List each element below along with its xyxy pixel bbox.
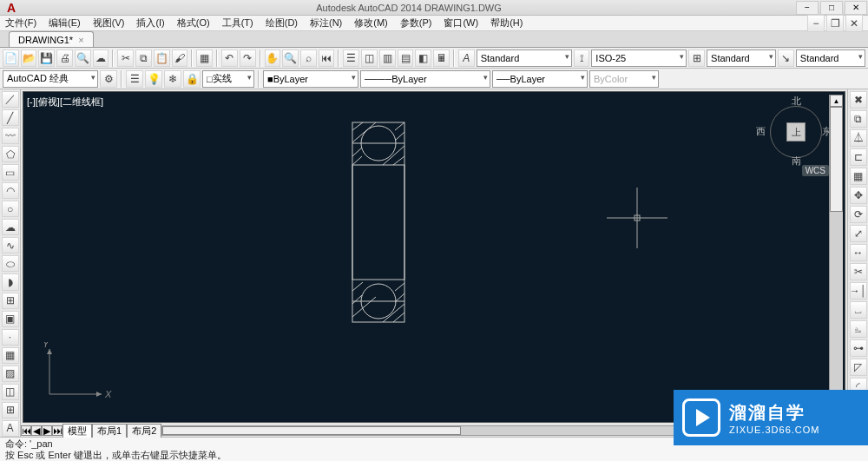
linetype-dropdown[interactable]: ──── ByLayer bbox=[360, 70, 490, 88]
layout1-tab[interactable]: 布局1 bbox=[92, 424, 127, 438]
layer-linetype-dropdown[interactable]: □ 实线 bbox=[202, 70, 254, 88]
text-style-dropdown[interactable]: Standard bbox=[477, 49, 572, 67]
workspace-dropdown[interactable]: AutoCAD 经典 bbox=[3, 70, 98, 88]
color-dropdown[interactable]: ■ ByLayer bbox=[263, 70, 358, 88]
ellipse-arc-tool-icon[interactable]: ◗ bbox=[2, 273, 19, 290]
undo-icon[interactable]: ↶ bbox=[221, 49, 238, 67]
layout2-tab[interactable]: 布局2 bbox=[127, 424, 161, 438]
array-tool-icon[interactable]: ▦ bbox=[850, 168, 867, 185]
zoom-realtime-icon[interactable]: 🔍 bbox=[282, 49, 299, 67]
text-style-icon[interactable]: A bbox=[458, 49, 475, 67]
redo-icon[interactable]: ↷ bbox=[240, 49, 256, 67]
viewcube[interactable]: 上 北 南 西 东 bbox=[761, 97, 831, 167]
layer-lock-icon[interactable]: 🔒 bbox=[183, 70, 201, 88]
menu-window[interactable]: 窗口(W) bbox=[444, 16, 478, 30]
maximize-button[interactable]: □ bbox=[820, 1, 843, 15]
doc-minimize-button[interactable]: − bbox=[807, 15, 825, 32]
insert-block-tool-icon[interactable]: ⊞ bbox=[2, 293, 19, 309]
menu-view[interactable]: 视图(V) bbox=[93, 16, 125, 30]
zoom-window-icon[interactable]: ⌕ bbox=[300, 49, 317, 67]
line-tool-icon[interactable]: ／ bbox=[2, 91, 19, 108]
table-style-icon[interactable]: ⊞ bbox=[688, 49, 705, 67]
view-label[interactable]: [-][俯视][二维线框] bbox=[27, 95, 103, 109]
save-icon[interactable]: 💾 bbox=[38, 49, 55, 67]
scale-tool-icon[interactable]: ⤢ bbox=[850, 225, 867, 242]
tab-next-button[interactable]: ▶ bbox=[42, 425, 52, 436]
minimize-button[interactable]: − bbox=[796, 1, 819, 15]
spline-tool-icon[interactable]: ∿ bbox=[2, 237, 19, 254]
make-block-tool-icon[interactable]: ▣ bbox=[2, 311, 19, 327]
tab-last-button[interactable]: ⏭ bbox=[52, 425, 62, 436]
doc-restore-button[interactable]: ❐ bbox=[826, 15, 844, 32]
move-tool-icon[interactable]: ✥ bbox=[850, 187, 867, 204]
ellipse-tool-icon[interactable]: ⬭ bbox=[2, 255, 19, 272]
doc-close-button[interactable]: ✕ bbox=[845, 15, 863, 32]
menu-edit[interactable]: 编辑(E) bbox=[49, 16, 81, 30]
construction-line-tool-icon[interactable]: ╱ bbox=[2, 109, 19, 126]
compass-west[interactable]: 西 bbox=[756, 125, 766, 138]
table-style-dropdown[interactable]: Standard bbox=[707, 49, 776, 67]
viewcube-top[interactable]: 上 bbox=[786, 122, 806, 142]
arc-tool-icon[interactable]: ◠ bbox=[2, 182, 19, 199]
publish-icon[interactable]: ☁ bbox=[93, 49, 109, 67]
rotate-tool-icon[interactable]: ⟳ bbox=[850, 206, 867, 223]
zoom-previous-icon[interactable]: ⏮ bbox=[319, 49, 335, 67]
menu-dim[interactable]: 标注(N) bbox=[310, 16, 342, 30]
join-tool-icon[interactable]: ⊶ bbox=[850, 339, 867, 357]
compass-north[interactable]: 北 bbox=[792, 95, 801, 108]
match-prop-icon[interactable]: 🖌 bbox=[172, 49, 188, 67]
copy-tool-icon[interactable]: ⧉ bbox=[850, 110, 867, 128]
trim-tool-icon[interactable]: ✂ bbox=[850, 263, 867, 280]
copy-icon[interactable]: ⧉ bbox=[135, 49, 152, 67]
offset-tool-icon[interactable]: ⊏ bbox=[850, 148, 867, 166]
sheet-set-icon[interactable]: ▤ bbox=[398, 49, 414, 67]
break-at-point-tool-icon[interactable]: ⎵ bbox=[850, 301, 867, 319]
document-tab[interactable]: DRAWING1* × bbox=[9, 31, 94, 47]
properties-icon[interactable]: ☰ bbox=[343, 49, 359, 67]
markup-icon[interactable]: ◧ bbox=[415, 49, 431, 67]
menu-draw[interactable]: 绘图(D) bbox=[266, 16, 298, 30]
menu-tools[interactable]: 工具(T) bbox=[222, 16, 253, 30]
open-file-icon[interactable]: 📂 bbox=[21, 49, 37, 67]
paste-icon[interactable]: 📋 bbox=[154, 49, 170, 67]
polygon-tool-icon[interactable]: ⬠ bbox=[2, 146, 19, 162]
multileader-style-dropdown[interactable]: Standard bbox=[796, 49, 865, 67]
document-tab-close[interactable]: × bbox=[78, 35, 83, 45]
print-icon[interactable]: 🖨 bbox=[56, 49, 73, 67]
menu-format[interactable]: 格式(O) bbox=[177, 16, 210, 30]
wcs-badge[interactable]: WCS bbox=[802, 165, 829, 176]
layer-freeze-icon[interactable]: ❄ bbox=[164, 70, 181, 88]
model-tab[interactable]: 模型 bbox=[62, 424, 92, 438]
hatch-tool-icon[interactable]: ▦ bbox=[2, 347, 19, 364]
tab-first-button[interactable]: ⏮ bbox=[21, 425, 31, 436]
layer-manager-icon[interactable]: ☰ bbox=[126, 70, 143, 88]
design-center-icon[interactable]: ◫ bbox=[361, 49, 378, 67]
tool-palette-icon[interactable]: ▥ bbox=[379, 49, 396, 67]
break-tool-icon[interactable]: ⎁ bbox=[850, 320, 867, 338]
dim-style-icon[interactable]: ⟟ bbox=[574, 49, 590, 67]
gradient-tool-icon[interactable]: ▨ bbox=[2, 366, 19, 382]
table-tool-icon[interactable]: ⊞ bbox=[2, 402, 19, 418]
new-file-icon[interactable]: 📄 bbox=[3, 49, 19, 67]
revision-cloud-tool-icon[interactable]: ☁ bbox=[2, 219, 19, 235]
tab-prev-button[interactable]: ◀ bbox=[31, 425, 42, 436]
lineweight-dropdown[interactable]: ── ByLayer bbox=[492, 70, 588, 88]
menu-modify[interactable]: 修改(M) bbox=[354, 16, 388, 30]
menu-insert[interactable]: 插入(I) bbox=[136, 16, 164, 30]
erase-tool-icon[interactable]: ✖ bbox=[850, 91, 867, 109]
polyline-tool-icon[interactable]: 〰 bbox=[2, 128, 19, 144]
compass-south[interactable]: 南 bbox=[792, 155, 801, 168]
mirror-tool-icon[interactable]: ⏃ bbox=[850, 129, 867, 147]
circle-tool-icon[interactable]: ○ bbox=[2, 201, 19, 217]
stretch-tool-icon[interactable]: ↔ bbox=[850, 244, 867, 261]
horizontal-scroll-thumb[interactable] bbox=[162, 426, 461, 435]
pan-icon[interactable]: ✋ bbox=[265, 49, 281, 67]
block-editor-icon[interactable]: ▦ bbox=[196, 49, 213, 67]
print-preview-icon[interactable]: 🔍 bbox=[75, 49, 91, 67]
extend-tool-icon[interactable]: →│ bbox=[850, 282, 867, 300]
region-tool-icon[interactable]: ◫ bbox=[2, 384, 19, 400]
rectangle-tool-icon[interactable]: ▭ bbox=[2, 164, 19, 181]
multileader-style-icon[interactable]: ↘ bbox=[778, 49, 794, 67]
vertical-scroll-thumb[interactable] bbox=[830, 107, 843, 212]
cut-icon[interactable]: ✂ bbox=[117, 49, 134, 67]
